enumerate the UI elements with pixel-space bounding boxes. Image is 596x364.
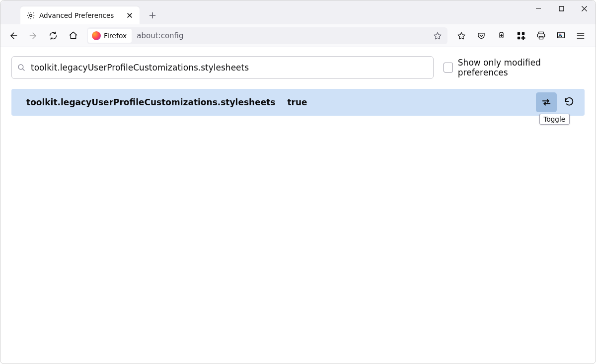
reload-button[interactable] (44, 28, 62, 44)
pref-search-box[interactable] (11, 56, 434, 79)
pref-search-input[interactable] (30, 62, 428, 73)
svg-rect-22 (539, 36, 543, 39)
new-tab-button[interactable] (144, 6, 161, 24)
url-bar[interactable]: Firefox about:config (87, 27, 447, 44)
save-to-pocket-button[interactable] (452, 28, 470, 44)
tab-title: Advanced Preferences (39, 11, 120, 19)
show-only-modified-toggle[interactable]: Show only modified preferences (444, 58, 585, 77)
window-minimize-button[interactable] (527, 0, 550, 16)
search-row: Show only modified preferences (11, 56, 585, 79)
back-button[interactable] (4, 28, 22, 44)
pref-row-actions (536, 92, 580, 112)
pref-toggle-button[interactable] (536, 92, 557, 112)
navigation-toolbar: Firefox about:config (0, 24, 596, 47)
window-close-button[interactable] (573, 0, 596, 16)
pocket-button[interactable] (472, 28, 490, 44)
tooltip: Toggle (539, 114, 570, 125)
tab-close-button[interactable] (124, 9, 136, 21)
forward-button[interactable] (24, 28, 42, 44)
search-icon (17, 63, 26, 72)
about-config-page: Show only modified preferences toolkit.l… (0, 47, 596, 125)
app-menu-button[interactable] (572, 28, 590, 44)
tab-strip: Advanced Preferences (0, 0, 596, 24)
firefox-logo-icon (92, 31, 101, 40)
extensions-button[interactable] (512, 28, 530, 44)
svg-rect-6 (559, 6, 564, 11)
browser-tab[interactable]: Advanced Preferences (20, 6, 140, 24)
account-button[interactable] (552, 28, 570, 44)
pref-value: true (287, 97, 307, 107)
url-text: about:config (137, 31, 183, 40)
pref-row[interactable]: toolkit.legacyUserProfileCustomizations.… (11, 89, 585, 116)
window-controls (527, 0, 596, 24)
toolbar-right (452, 28, 592, 44)
show-only-modified-label: Show only modified preferences (458, 58, 585, 77)
window-maximize-button[interactable] (550, 0, 573, 16)
downloads-button[interactable] (492, 28, 510, 44)
svg-marker-12 (458, 32, 465, 39)
svg-rect-16 (522, 32, 524, 34)
drag-space (4, 0, 20, 24)
svg-rect-17 (518, 36, 520, 39)
svg-point-0 (30, 14, 32, 17)
checkbox-icon (444, 63, 453, 73)
svg-rect-19 (521, 37, 525, 39)
home-button[interactable] (64, 28, 82, 44)
svg-line-29 (22, 69, 24, 71)
print-button[interactable] (532, 28, 550, 44)
gear-icon (26, 11, 35, 20)
identity-chip[interactable]: Firefox (88, 29, 132, 43)
svg-rect-15 (518, 32, 520, 34)
bookmark-star-button[interactable] (431, 29, 445, 43)
pref-name: toolkit.legacyUserProfileCustomizations.… (26, 97, 275, 107)
svg-marker-11 (434, 32, 441, 39)
identity-label: Firefox (104, 32, 127, 40)
pref-reset-button[interactable] (559, 92, 580, 112)
